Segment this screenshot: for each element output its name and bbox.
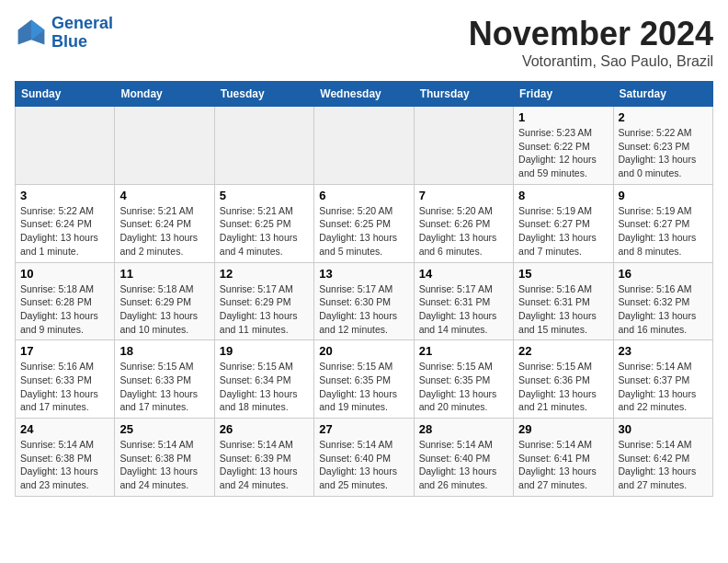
calendar-day-header: Wednesday bbox=[314, 82, 414, 107]
calendar-cell: 30Sunrise: 5:14 AMSunset: 6:42 PMDayligh… bbox=[613, 419, 712, 497]
calendar-week-row: 1Sunrise: 5:23 AMSunset: 6:22 PMDaylight… bbox=[16, 107, 713, 185]
calendar-week-row: 10Sunrise: 5:18 AMSunset: 6:28 PMDayligh… bbox=[16, 262, 713, 340]
day-info: Sunrise: 5:14 AMSunset: 6:38 PMDaylight:… bbox=[20, 438, 109, 492]
day-number: 5 bbox=[220, 189, 309, 202]
calendar-cell: 6Sunrise: 5:20 AMSunset: 6:25 PMDaylight… bbox=[314, 184, 414, 262]
calendar-cell bbox=[414, 107, 513, 185]
day-number: 29 bbox=[518, 422, 608, 436]
calendar-cell: 17Sunrise: 5:16 AMSunset: 6:33 PMDayligh… bbox=[16, 340, 115, 419]
calendar-cell: 5Sunrise: 5:21 AMSunset: 6:25 PMDaylight… bbox=[214, 184, 313, 262]
calendar-cell: 8Sunrise: 5:19 AMSunset: 6:27 PMDaylight… bbox=[514, 184, 613, 262]
calendar-cell: 13Sunrise: 5:17 AMSunset: 6:30 PMDayligh… bbox=[314, 262, 414, 340]
calendar-cell bbox=[214, 107, 313, 185]
day-info: Sunrise: 5:17 AMSunset: 6:31 PMDaylight:… bbox=[419, 282, 508, 337]
day-info: Sunrise: 5:14 AMSunset: 6:41 PMDaylight:… bbox=[518, 438, 608, 492]
day-info: Sunrise: 5:14 AMSunset: 6:40 PMDaylight:… bbox=[419, 438, 508, 492]
calendar-cell: 29Sunrise: 5:14 AMSunset: 6:41 PMDayligh… bbox=[514, 419, 613, 497]
calendar-cell: 3Sunrise: 5:22 AMSunset: 6:24 PMDaylight… bbox=[16, 184, 115, 262]
day-number: 27 bbox=[319, 422, 408, 436]
calendar-cell: 21Sunrise: 5:15 AMSunset: 6:35 PMDayligh… bbox=[414, 340, 513, 419]
day-info: Sunrise: 5:15 AMSunset: 6:35 PMDaylight:… bbox=[419, 360, 508, 414]
day-info: Sunrise: 5:20 AMSunset: 6:25 PMDaylight:… bbox=[319, 204, 408, 259]
location: Votorantim, Sao Paulo, Brazil bbox=[469, 53, 713, 70]
day-number: 1 bbox=[518, 110, 608, 124]
day-info: Sunrise: 5:20 AMSunset: 6:26 PMDaylight:… bbox=[419, 204, 508, 259]
day-number: 2 bbox=[619, 110, 708, 124]
logo: General Blue bbox=[15, 15, 113, 52]
day-number: 21 bbox=[419, 344, 508, 358]
day-number: 10 bbox=[20, 267, 109, 281]
logo-line1: General bbox=[51, 15, 113, 33]
day-info: Sunrise: 5:19 AMSunset: 6:27 PMDaylight:… bbox=[619, 204, 708, 259]
day-info: Sunrise: 5:14 AMSunset: 6:37 PMDaylight:… bbox=[619, 360, 708, 414]
day-number: 26 bbox=[220, 422, 309, 436]
day-number: 14 bbox=[419, 267, 508, 281]
day-number: 30 bbox=[619, 422, 708, 436]
calendar-cell bbox=[314, 107, 414, 185]
calendar-cell: 14Sunrise: 5:17 AMSunset: 6:31 PMDayligh… bbox=[414, 262, 513, 340]
month-title: November 2024 bbox=[469, 15, 713, 53]
calendar-cell: 11Sunrise: 5:18 AMSunset: 6:29 PMDayligh… bbox=[115, 262, 214, 340]
day-info: Sunrise: 5:15 AMSunset: 6:35 PMDaylight:… bbox=[319, 360, 408, 414]
calendar-week-row: 24Sunrise: 5:14 AMSunset: 6:38 PMDayligh… bbox=[16, 419, 713, 497]
day-info: Sunrise: 5:23 AMSunset: 6:22 PMDaylight:… bbox=[518, 126, 608, 180]
logo-line2: Blue bbox=[51, 33, 113, 52]
day-info: Sunrise: 5:18 AMSunset: 6:29 PMDaylight:… bbox=[119, 282, 209, 337]
calendar-day-header: Sunday bbox=[16, 82, 115, 107]
day-info: Sunrise: 5:19 AMSunset: 6:27 PMDaylight:… bbox=[518, 204, 608, 259]
page-header: General Blue November 2024 Votorantim, S… bbox=[15, 15, 713, 70]
calendar-day-header: Friday bbox=[514, 82, 613, 107]
title-block: November 2024 Votorantim, Sao Paulo, Bra… bbox=[469, 15, 713, 70]
day-number: 17 bbox=[20, 344, 109, 358]
calendar-cell bbox=[115, 107, 214, 185]
logo-icon bbox=[15, 17, 48, 50]
calendar-cell: 25Sunrise: 5:14 AMSunset: 6:38 PMDayligh… bbox=[115, 419, 214, 497]
calendar-table: SundayMondayTuesdayWednesdayThursdayFrid… bbox=[15, 81, 713, 497]
day-info: Sunrise: 5:16 AMSunset: 6:33 PMDaylight:… bbox=[20, 360, 109, 414]
calendar-cell: 27Sunrise: 5:14 AMSunset: 6:40 PMDayligh… bbox=[314, 419, 414, 497]
calendar-cell: 28Sunrise: 5:14 AMSunset: 6:40 PMDayligh… bbox=[414, 419, 513, 497]
day-number: 7 bbox=[419, 189, 508, 202]
calendar-cell: 16Sunrise: 5:16 AMSunset: 6:32 PMDayligh… bbox=[613, 262, 712, 340]
day-info: Sunrise: 5:22 AMSunset: 6:24 PMDaylight:… bbox=[20, 204, 109, 259]
day-info: Sunrise: 5:18 AMSunset: 6:28 PMDaylight:… bbox=[20, 282, 109, 337]
calendar-cell: 10Sunrise: 5:18 AMSunset: 6:28 PMDayligh… bbox=[16, 262, 115, 340]
calendar-cell: 2Sunrise: 5:22 AMSunset: 6:23 PMDaylight… bbox=[613, 107, 712, 185]
calendar-cell: 9Sunrise: 5:19 AMSunset: 6:27 PMDaylight… bbox=[613, 184, 712, 262]
day-number: 20 bbox=[319, 344, 408, 358]
day-number: 8 bbox=[518, 189, 608, 202]
calendar-cell: 18Sunrise: 5:15 AMSunset: 6:33 PMDayligh… bbox=[115, 340, 214, 419]
day-info: Sunrise: 5:21 AMSunset: 6:25 PMDaylight:… bbox=[220, 204, 309, 259]
calendar-week-row: 3Sunrise: 5:22 AMSunset: 6:24 PMDaylight… bbox=[16, 184, 713, 262]
day-info: Sunrise: 5:14 AMSunset: 6:42 PMDaylight:… bbox=[619, 438, 708, 492]
day-info: Sunrise: 5:14 AMSunset: 6:40 PMDaylight:… bbox=[319, 438, 408, 492]
calendar-cell: 23Sunrise: 5:14 AMSunset: 6:37 PMDayligh… bbox=[613, 340, 712, 419]
day-info: Sunrise: 5:15 AMSunset: 6:36 PMDaylight:… bbox=[518, 360, 608, 414]
day-number: 4 bbox=[119, 189, 209, 202]
calendar-day-header: Thursday bbox=[414, 82, 513, 107]
calendar-header-row: SundayMondayTuesdayWednesdayThursdayFrid… bbox=[16, 82, 713, 107]
day-number: 18 bbox=[119, 344, 209, 358]
calendar-day-header: Saturday bbox=[613, 82, 712, 107]
logo-text: General Blue bbox=[51, 15, 113, 52]
day-number: 13 bbox=[319, 267, 408, 281]
calendar-cell: 4Sunrise: 5:21 AMSunset: 6:24 PMDaylight… bbox=[115, 184, 214, 262]
day-info: Sunrise: 5:22 AMSunset: 6:23 PMDaylight:… bbox=[619, 126, 708, 180]
day-info: Sunrise: 5:14 AMSunset: 6:39 PMDaylight:… bbox=[220, 438, 309, 492]
day-number: 9 bbox=[619, 189, 708, 202]
day-number: 12 bbox=[220, 267, 309, 281]
day-number: 24 bbox=[20, 422, 109, 436]
calendar-cell: 12Sunrise: 5:17 AMSunset: 6:29 PMDayligh… bbox=[214, 262, 313, 340]
day-number: 6 bbox=[319, 189, 408, 202]
day-number: 15 bbox=[518, 267, 608, 281]
calendar-cell bbox=[16, 107, 115, 185]
calendar-day-header: Tuesday bbox=[214, 82, 313, 107]
calendar-cell: 15Sunrise: 5:16 AMSunset: 6:31 PMDayligh… bbox=[514, 262, 613, 340]
day-number: 25 bbox=[119, 422, 209, 436]
day-info: Sunrise: 5:17 AMSunset: 6:29 PMDaylight:… bbox=[220, 282, 309, 337]
calendar-cell: 7Sunrise: 5:20 AMSunset: 6:26 PMDaylight… bbox=[414, 184, 513, 262]
day-number: 16 bbox=[619, 267, 708, 281]
calendar-cell: 24Sunrise: 5:14 AMSunset: 6:38 PMDayligh… bbox=[16, 419, 115, 497]
day-info: Sunrise: 5:16 AMSunset: 6:32 PMDaylight:… bbox=[619, 282, 708, 337]
day-info: Sunrise: 5:17 AMSunset: 6:30 PMDaylight:… bbox=[319, 282, 408, 337]
